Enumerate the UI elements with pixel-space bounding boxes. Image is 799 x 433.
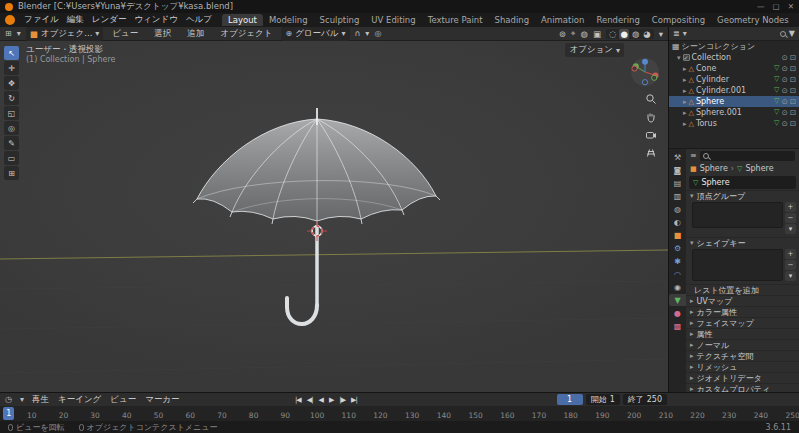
collapsed-panel-header[interactable]: ▸ ジオメトリデータ [686, 372, 799, 383]
playhead[interactable]: 1 [3, 407, 14, 420]
next-keyframe-button[interactable]: |▶ [339, 396, 345, 404]
close-button[interactable]: ✕ [788, 2, 794, 11]
jump-to-start-button[interactable]: |◀ [295, 396, 301, 404]
workspace-tab-layout[interactable]: Layout [222, 14, 263, 26]
texture-tab[interactable]: ▩ [670, 320, 685, 332]
timeline-menu-item[interactable]: キーイング [58, 394, 101, 406]
perspective-toggle-icon[interactable] [645, 147, 657, 159]
viewport-menu-item[interactable]: オブジェクト [216, 28, 276, 40]
remove-shape-key-button[interactable]: − [785, 260, 796, 270]
annotate-tool[interactable]: ✎ [4, 136, 19, 150]
world-tab[interactable]: ◐ [670, 216, 685, 228]
breadcrumb-object[interactable]: Sphere [700, 164, 728, 173]
scene-tab[interactable]: ◍ [670, 203, 685, 215]
editor-type-caret-icon[interactable]: ▾ [17, 29, 21, 38]
move-tool[interactable]: ✥ [4, 76, 19, 90]
object-name[interactable]: Cylinder [696, 75, 729, 84]
prev-keyframe-button[interactable]: ◀| [307, 396, 313, 404]
object-name[interactable]: Sphere [696, 97, 724, 106]
scale-tool[interactable]: ◱ [4, 106, 19, 120]
hide-eye-icon[interactable]: ⊙ [781, 53, 787, 62]
blender-logo-menu[interactable] [5, 15, 15, 25]
umbrella-object[interactable] [193, 108, 440, 324]
xray-toggle-icon[interactable]: ▣ [593, 29, 601, 39]
camera-view-icon[interactable] [645, 129, 657, 141]
menubar-item[interactable]: 編集 [63, 14, 88, 26]
remove-vertex-group-button[interactable]: − [785, 213, 796, 223]
hide-eye-icon[interactable]: ⊙ [781, 119, 787, 128]
visibility-dropdown-icon[interactable]: ⊚ [559, 29, 566, 39]
collapsed-panel-header[interactable]: ▸ カスタムプロパティ [686, 383, 799, 392]
scene-collection-row[interactable]: ▦ シーンコレクション [669, 41, 799, 52]
shape-keys-list[interactable] [692, 249, 783, 281]
object-name[interactable]: Cylinder.001 [696, 86, 746, 95]
vertex-group-specials-icon[interactable]: ▾ [785, 224, 796, 234]
workspace-tab-modeling[interactable]: Modeling [263, 14, 314, 26]
object-name[interactable]: Cone [696, 64, 716, 73]
gizmos-dropdown-icon[interactable]: ⌖ [571, 28, 576, 39]
disable-render-icon[interactable]: ⊡ [790, 75, 796, 84]
timeline-editor-icon[interactable]: ◷ [5, 395, 12, 404]
add-shape-key-button[interactable]: + [785, 249, 796, 259]
menubar-item[interactable]: レンダー [88, 14, 131, 26]
expand-icon[interactable]: ▸ [683, 98, 687, 106]
material-shading-icon[interactable]: ◍ [631, 29, 640, 39]
physics-tab[interactable]: ◠ [670, 268, 685, 280]
timeline-ruler[interactable]: 1 10203040506070809010011012013014015016… [0, 406, 799, 421]
collapsed-panel-header[interactable]: ▸ テクスチャ空間 [686, 350, 799, 361]
render-tab[interactable]: ◙ [670, 164, 685, 176]
workspace-tab-shading[interactable]: Shading [489, 14, 536, 26]
disable-render-icon[interactable]: ⊡ [790, 53, 796, 62]
hide-eye-icon[interactable]: ⊙ [781, 64, 787, 73]
object-row[interactable]: ▸ △ Sphere ▽ ⊙ ⊡ [669, 96, 799, 107]
current-frame-field[interactable]: 1 [557, 394, 583, 405]
vertex-groups-list[interactable] [692, 202, 783, 228]
proportional-edit-icon[interactable]: ◎ [374, 29, 381, 38]
collapsed-panel-header[interactable]: ▸ ノーマル [686, 339, 799, 350]
navigation-gizmo[interactable] [630, 57, 660, 87]
constraints-tab[interactable]: ◉ [670, 281, 685, 293]
hide-eye-icon[interactable]: ⊙ [781, 108, 787, 117]
transform-tool[interactable]: ◎ [4, 121, 19, 135]
overlays-dropdown-icon[interactable]: ◍ [581, 29, 588, 39]
snap-magnet-icon[interactable]: ∩ [355, 29, 361, 38]
expand-icon[interactable]: ▾ [677, 54, 681, 62]
hide-eye-icon[interactable]: ⊙ [781, 75, 787, 84]
particles-tab[interactable]: ✱ [670, 255, 685, 267]
snap-caret-icon[interactable]: ▾ [365, 29, 369, 38]
viewport-menu-item[interactable]: 追加 [183, 28, 208, 40]
scene-collection-label[interactable]: シーンコレクション [682, 41, 756, 52]
disable-render-icon[interactable]: ⊡ [790, 119, 796, 128]
play-reverse-button[interactable]: ◀ [319, 396, 323, 404]
collapsed-panel-header[interactable]: ▸ リメッシュ [686, 361, 799, 372]
add-vertex-group-button[interactable]: + [785, 202, 796, 212]
outliner-caret-icon[interactable]: ▾ [683, 29, 687, 38]
output-tab[interactable]: ▤ [670, 177, 685, 189]
object-name[interactable]: Sphere.001 [696, 108, 742, 117]
options-dropdown[interactable]: オプション ▾ [565, 43, 624, 57]
expand-icon[interactable]: ▸ [683, 65, 687, 73]
view-layer-tab[interactable]: ▥ [670, 190, 685, 202]
pan-hand-icon[interactable] [645, 111, 657, 123]
add-rest-position-row[interactable]: レスト位置を追加 [686, 284, 799, 295]
collection-checkbox[interactable]: ✓ [683, 54, 690, 61]
object-row[interactable]: ▸ △ Cylinder ▽ ⊙ ⊡ [669, 74, 799, 85]
workspace-tab-sculpting[interactable]: Sculpting [314, 14, 366, 26]
breadcrumb-data[interactable]: Sphere [745, 164, 773, 173]
collapsed-panel-header[interactable]: ▸ 属性 [686, 328, 799, 339]
material-tab[interactable]: ● [670, 307, 685, 319]
datablock-name-field[interactable]: ▽ Sphere [689, 176, 796, 189]
expand-icon[interactable]: ▸ [683, 76, 687, 84]
wireframe-shading-icon[interactable]: ◌ [608, 29, 617, 39]
object-row[interactable]: ▸ △ Cone ▽ ⊙ ⊡ [669, 63, 799, 74]
timeline-caret-icon[interactable]: ▾ [20, 395, 24, 404]
orientation-dropdown[interactable]: ⊕ グローバル ▾ [281, 27, 349, 41]
disable-render-icon[interactable]: ⊡ [790, 97, 796, 106]
rotate-tool[interactable]: ↻ [4, 91, 19, 105]
mode-dropdown[interactable]: ■ オブジェク... ▾ [26, 27, 104, 41]
measure-tool[interactable]: ▭ [4, 151, 19, 165]
collection-row[interactable]: ▾ ✓ Collection ⊙ ⊡ [669, 52, 799, 63]
expand-icon[interactable]: ▸ [683, 109, 687, 117]
vertex-groups-panel-header[interactable]: ▾ 頂点グループ [686, 190, 799, 201]
hide-eye-icon[interactable]: ⊙ [781, 86, 787, 95]
